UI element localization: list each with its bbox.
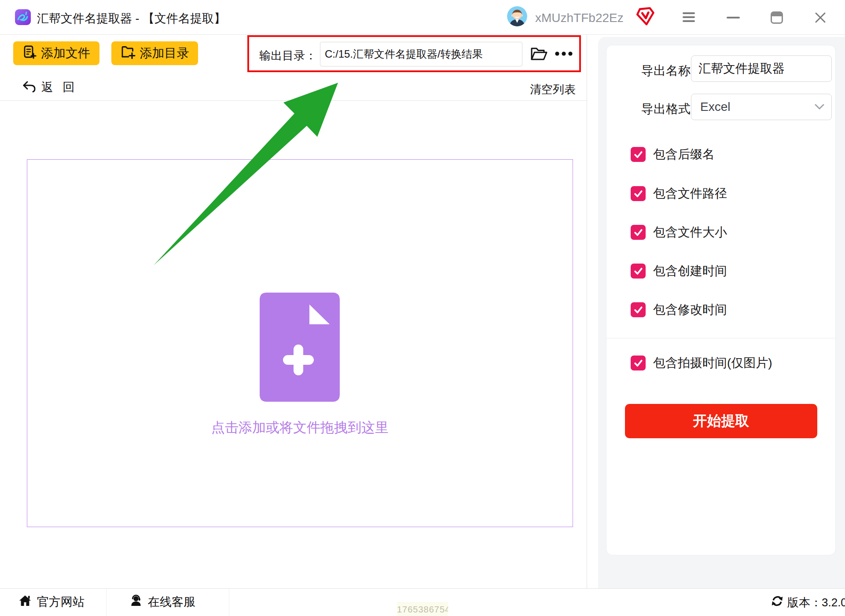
sidebar-divider (587, 35, 587, 588)
refresh-icon (771, 595, 783, 610)
list-divider (0, 100, 587, 101)
option-label: 包含文件大小 (653, 224, 727, 241)
option-label: 包含创建时间 (653, 263, 727, 279)
maximize-button[interactable] (771, 11, 783, 24)
option-label: 包含修改时间 (653, 301, 727, 318)
folder-open-icon (529, 57, 548, 63)
export-name-label: 导出名称 (641, 62, 691, 79)
option-include-size[interactable]: 包含文件大小 (631, 225, 727, 240)
option-label: 包含后缀名 (653, 146, 715, 163)
output-dir-label: 输出目录： (259, 48, 316, 63)
checkbox-checked[interactable] (631, 225, 646, 240)
browse-folder-button[interactable] (529, 45, 548, 63)
official-website-label: 官方网站 (37, 594, 84, 610)
folder-plus-icon (121, 45, 136, 62)
option-include-created-time[interactable]: 包含创建时间 (631, 264, 727, 279)
user-avatar[interactable] (507, 6, 527, 26)
ellipsis-icon (554, 53, 574, 60)
add-files-button[interactable]: 添加文件 (13, 41, 99, 65)
online-support-link[interactable]: 在线客服 (129, 594, 195, 610)
title-bar: 汇帮文件名提取器 - 【文件名提取】 xMUzhTFb22Ez (0, 0, 845, 35)
footer-divider (0, 588, 845, 589)
export-format-label: 导出格式 (641, 101, 691, 117)
option-include-extension[interactable]: 包含后缀名 (631, 147, 715, 162)
official-website-link[interactable]: 官方网站 (18, 594, 84, 610)
version-indicator: 版本：3.2.0.0 (771, 595, 845, 610)
minimize-button[interactable] (727, 17, 740, 18)
dropzone[interactable]: 点击添加或将文件拖拽到这里 (27, 159, 573, 527)
add-folder-label: 添加目录 (140, 45, 189, 62)
option-include-path[interactable]: 包含文件路径 (631, 186, 727, 201)
checkbox-checked[interactable] (631, 147, 646, 162)
menu-button[interactable] (683, 12, 696, 23)
home-icon (18, 594, 32, 610)
sidebar-card (606, 45, 836, 555)
app-logo-icon (15, 9, 31, 26)
username: xMUzhTFb22Ez (535, 11, 624, 25)
version-label: 版本：3.2.0.0 (787, 595, 845, 610)
add-folder-button[interactable]: 添加目录 (111, 41, 198, 65)
watermark: 17653867541 (397, 602, 448, 616)
file-add-icon (260, 293, 340, 402)
footer-separator (229, 589, 229, 616)
export-format-value: Excel (691, 100, 815, 114)
back-arrow-icon (22, 80, 36, 95)
export-format-select[interactable]: Excel (691, 94, 832, 120)
clear-list-button[interactable]: 清空列表 (530, 82, 576, 97)
option-label: 包含拍摄时间(仅图片) (653, 355, 772, 371)
file-plus-icon (22, 45, 37, 62)
option-include-photo-time[interactable]: 包含拍摄时间(仅图片) (631, 356, 772, 370)
dropzone-hint: 点击添加或将文件拖拽到这里 (27, 418, 573, 437)
add-files-label: 添加文件 (41, 45, 90, 62)
footer-separator (106, 589, 107, 616)
start-extract-button[interactable]: 开始提取 (625, 404, 817, 438)
app-window: 汇帮文件名提取器 - 【文件名提取】 xMUzhTFb22Ez (0, 0, 845, 616)
output-dir-input[interactable] (320, 42, 522, 66)
headset-person-icon (129, 594, 143, 610)
option-include-modified-time[interactable]: 包含修改时间 (631, 302, 727, 317)
options-divider (606, 338, 836, 338)
checkbox-checked[interactable] (631, 186, 646, 201)
window-title: 汇帮文件名提取器 - 【文件名提取】 (37, 11, 226, 26)
back-label: 返 回 (41, 79, 78, 95)
chevron-down-icon (815, 104, 824, 110)
vip-badge-icon[interactable] (636, 6, 656, 27)
more-options-button[interactable] (553, 48, 575, 61)
checkbox-checked[interactable] (631, 356, 646, 370)
checkbox-checked[interactable] (631, 264, 646, 279)
export-name-input[interactable] (691, 55, 832, 82)
checkbox-checked[interactable] (631, 302, 646, 317)
online-support-label: 在线客服 (148, 594, 195, 610)
back-button[interactable]: 返 回 (22, 79, 78, 95)
close-button[interactable] (815, 12, 826, 23)
option-label: 包含文件路径 (653, 185, 727, 202)
